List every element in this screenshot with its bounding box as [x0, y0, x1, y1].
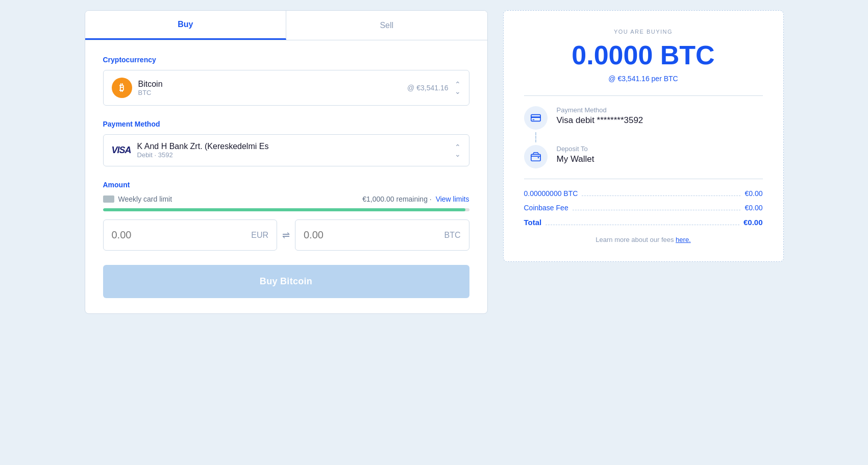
view-limits-link[interactable]: View limits [436, 195, 469, 203]
deposit-row: Deposit To My Wallet [524, 145, 763, 168]
btc-field[interactable]: BTC [295, 219, 469, 251]
eur-field[interactable]: EUR [103, 219, 278, 251]
coinbase-fee-label: Coinbase Fee [524, 204, 568, 212]
tab-sell[interactable]: Sell [286, 11, 487, 40]
total-row: Total €0.00 [524, 218, 763, 227]
btc-price-per-display: @ €3,541.16 per BTC [524, 75, 763, 83]
payment-info: VISA K And H Bank Zrt. (Kereskedelmi Es … [112, 142, 269, 159]
you-are-buying-label: YOU ARE BUYING [524, 29, 763, 35]
coinbase-fee-row: Coinbase Fee €0.00 [524, 204, 763, 212]
payment-icon-circle [524, 106, 548, 130]
deposit-text-block: Deposit To My Wallet [557, 145, 763, 164]
crypto-selector[interactable]: ₿ Bitcoin BTC @ €3,541.16 ⌃ ⌄ [103, 70, 469, 106]
payment-selector[interactable]: VISA K And H Bank Zrt. (Kereskedelmi Es … [103, 134, 469, 166]
deposit-icon-circle [524, 145, 548, 168]
visa-logo: VISA [112, 145, 131, 156]
payment-text-block: Payment Method Visa debit ********3592 [557, 106, 763, 126]
bank-details: K And H Bank Zrt. (Kereskedelmi Es Debit… [137, 142, 269, 159]
btc-fee-row: 0.00000000 BTC €0.00 [524, 189, 763, 198]
payment-chevron-icon: ⌃ ⌄ [455, 143, 461, 158]
card-icon [103, 195, 114, 203]
total-dots [545, 225, 739, 225]
svg-rect-1 [531, 116, 540, 118]
bank-sub: Debit · 3592 [137, 151, 269, 159]
total-label: Total [524, 218, 542, 227]
eur-currency: EUR [251, 231, 268, 240]
eur-input[interactable] [112, 229, 252, 241]
remaining-amount: €1,000.00 remaining [362, 195, 428, 203]
btc-icon: ₿ [112, 78, 132, 98]
amount-section: Amount Weekly card limit €1,000.00 remai… [103, 181, 469, 251]
bank-name: K And H Bank Zrt. (Kereskedelmi Es [137, 142, 269, 151]
dashed-connector [535, 132, 763, 142]
amount-label: Amount [103, 181, 469, 189]
btc-fee-value: €0.00 [745, 189, 762, 198]
svg-rect-2 [532, 119, 534, 120]
btc-fee-label: 0.00000000 BTC [524, 189, 578, 198]
btc-fee-dots [582, 195, 740, 196]
tabs: Buy Sell [85, 11, 487, 40]
limit-left: Weekly card limit [103, 195, 172, 203]
progress-bar [103, 208, 469, 211]
coin-details: Bitcoin BTC [138, 80, 163, 96]
fees-note-link[interactable]: here. [676, 236, 691, 243]
deposit-label: Deposit To [557, 145, 763, 153]
coin-price: @ €3,541.16 [407, 84, 448, 92]
limit-row: Weekly card limit €1,000.00 remaining · … [103, 195, 469, 203]
swap-icon[interactable]: ⇌ [282, 230, 290, 241]
right-panel: YOU ARE BUYING 0.0000 BTC @ €3,541.16 pe… [503, 10, 784, 262]
form-body: Cryptocurrency ₿ Bitcoin BTC @ €3,541.16… [85, 40, 487, 313]
btc-symbol: ₿ [119, 83, 124, 93]
coinbase-fee-dots [573, 210, 741, 210]
fees-note: Learn more about our fees here. [524, 236, 763, 243]
btc-currency: BTC [444, 231, 461, 240]
buy-button[interactable]: Buy Bitcoin [103, 265, 469, 298]
payment-method-row: Payment Method Visa debit ********3592 [524, 106, 763, 130]
progress-fill [103, 208, 466, 211]
tab-buy[interactable]: Buy [85, 11, 287, 40]
crypto-info: ₿ Bitcoin BTC [112, 78, 163, 98]
chevron-ud-icon: ⌃ ⌄ [455, 81, 461, 95]
credit-card-icon [530, 112, 541, 124]
total-value: €0.00 [743, 218, 763, 227]
payment-label: Payment Method [103, 120, 469, 128]
divider-middle [524, 179, 763, 179]
wallet-icon [530, 151, 541, 162]
btc-input[interactable] [304, 229, 444, 241]
fees-note-text: Learn more about our fees [596, 236, 676, 243]
dot-separator: · [430, 195, 432, 203]
coinbase-fee-value: €0.00 [745, 204, 762, 212]
weekly-limit-label: Weekly card limit [118, 195, 172, 203]
payment-method-label: Payment Method [557, 106, 763, 114]
payment-method-value: Visa debit ********3592 [557, 115, 763, 126]
deposit-value: My Wallet [557, 154, 763, 164]
crypto-label: Cryptocurrency [103, 56, 469, 64]
limit-right: €1,000.00 remaining · View limits [362, 195, 469, 203]
coin-name: Bitcoin [138, 80, 163, 89]
divider-top [524, 95, 763, 96]
coin-symbol: BTC [138, 89, 163, 96]
btc-amount-display: 0.0000 BTC [524, 40, 763, 70]
left-panel: Buy Sell Cryptocurrency ₿ Bitcoin BTC @ … [85, 10, 488, 314]
amount-inputs: EUR ⇌ BTC [103, 219, 469, 251]
